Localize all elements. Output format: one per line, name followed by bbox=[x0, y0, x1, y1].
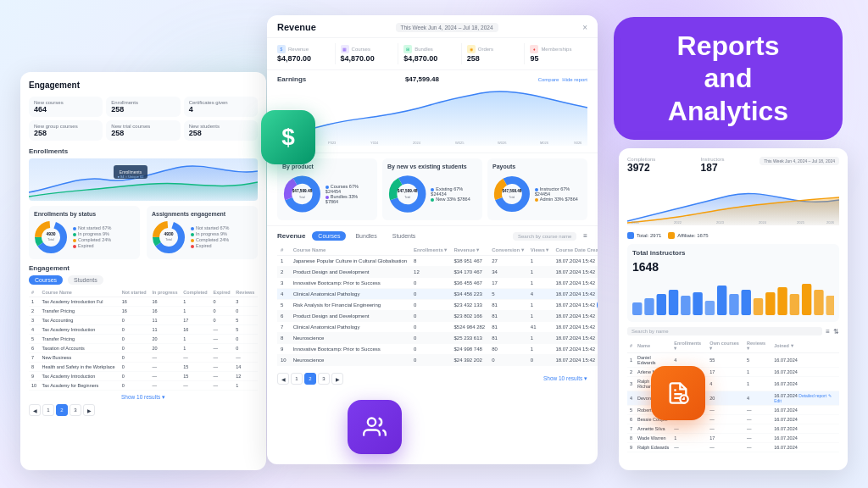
by-product-card: By product $47,599.48 Total Courses 67% … bbox=[277, 158, 377, 220]
rev-prev[interactable]: ◀ bbox=[277, 373, 289, 385]
course-name-cell[interactable]: Innovative Bootcamp: Prior to Success bbox=[290, 278, 410, 289]
this-week-badge[interactable]: This Week Jun 4, 2024 – Jul 18, 2024 bbox=[760, 157, 839, 165]
svg-rect-53 bbox=[754, 298, 763, 315]
revenue-show-results[interactable]: Show 10 results ▾ bbox=[543, 375, 587, 382]
course-name-cell[interactable]: Tax Academy Introduction bbox=[39, 325, 119, 335]
svg-rect-43 bbox=[632, 302, 642, 315]
svg-text:P023: P023 bbox=[328, 141, 337, 145]
table-cell: — bbox=[181, 381, 210, 391]
table-cell: 18.07.2024 15:42 bbox=[552, 322, 598, 333]
instructor-name-cell[interactable]: Daniel Edwards bbox=[635, 353, 671, 368]
revenue-icon: $ bbox=[277, 45, 286, 53]
instructor-table-row: 8Wade Warren117—16.07.2024 bbox=[627, 434, 839, 443]
table-cell: — bbox=[211, 381, 234, 391]
table-cell: 16 bbox=[150, 307, 181, 316]
course-name-cell[interactable]: Neuroscience bbox=[290, 355, 410, 366]
svg-rect-46 bbox=[669, 290, 678, 315]
table-cell: 1 bbox=[527, 344, 553, 355]
earnings-actions: Compare Hide report bbox=[538, 77, 587, 82]
revenue-table-row: 9Innovative Bootcamp: Prior to Success0$… bbox=[277, 344, 598, 355]
table-cell: 16.07.2024 bbox=[771, 353, 839, 368]
table-cell: 81 bbox=[488, 311, 527, 322]
svg-rect-52 bbox=[742, 290, 751, 315]
rev-next[interactable]: ▶ bbox=[331, 373, 343, 385]
table-row: 7New Business0———— bbox=[29, 353, 258, 363]
table-cell: 1 bbox=[29, 297, 39, 307]
dollar-icon: $ bbox=[261, 110, 315, 164]
instructor-name-cell[interactable]: Ralph Edwards bbox=[635, 443, 671, 452]
page-2[interactable]: 2 bbox=[56, 404, 68, 416]
instructor-name-cell[interactable]: Annette Silva bbox=[635, 424, 671, 434]
course-name-cell[interactable]: Tax Academy Introduction Ful bbox=[39, 297, 119, 307]
metric-bundles: ⊞ Bundles $4,870.00 bbox=[398, 43, 462, 64]
next-page[interactable]: ▶ bbox=[83, 404, 95, 416]
table-cell: 17 bbox=[488, 278, 527, 289]
revenue-search[interactable]: Search by course name bbox=[513, 232, 576, 241]
col-expired: Expired bbox=[211, 288, 234, 297]
course-name-cell[interactable]: Tax Academy for Beginners bbox=[39, 381, 119, 391]
instructor-filter-icon[interactable]: ≡ bbox=[826, 328, 830, 336]
table-row: 5Transfer Pricing0201—0 bbox=[29, 335, 258, 344]
course-name-cell[interactable]: Clinical Anatomical Pathology bbox=[290, 289, 410, 300]
metric-courses-value: $4,870.00 bbox=[341, 54, 393, 63]
tab-bundles[interactable]: Bundles bbox=[349, 231, 382, 241]
hide-report-link[interactable]: Hide report bbox=[562, 77, 587, 82]
table-cell: 0 bbox=[211, 316, 234, 325]
table-cell: — bbox=[671, 424, 707, 434]
enrollments-by-status: Enrollments by status 4930 Total Not sta… bbox=[29, 206, 140, 259]
table-cell: 3 bbox=[29, 316, 39, 325]
course-name-cell[interactable]: Innovative Bootcamp: Prior to Success bbox=[290, 344, 410, 355]
engagement-tabs: Courses Students bbox=[29, 275, 258, 285]
table-cell: 4 bbox=[671, 353, 707, 368]
tab-students[interactable]: Students bbox=[387, 231, 422, 241]
metric-memberships-value: 95 bbox=[530, 54, 582, 63]
instructor-sort-icon[interactable]: ⇅ bbox=[833, 328, 839, 336]
students-tab[interactable]: Students bbox=[68, 275, 103, 285]
stat-trial-courses-value: 258 bbox=[111, 129, 175, 137]
table-cell: — bbox=[707, 443, 744, 452]
svg-rect-55 bbox=[777, 287, 787, 315]
course-name-cell[interactable]: Tax Academy Introduction bbox=[39, 372, 119, 381]
revenue-table-section: Revenue Courses Bundles Students Search … bbox=[267, 226, 598, 390]
table-cell: 17 bbox=[181, 316, 210, 325]
course-name-cell[interactable]: Clinical Anatomical Pathology bbox=[290, 322, 410, 333]
course-name-cell[interactable]: Transfer Pricing bbox=[39, 307, 119, 316]
course-name-cell[interactable]: Tax Accounting bbox=[39, 316, 119, 325]
course-name-cell[interactable]: New Business bbox=[39, 353, 119, 363]
filter-icon[interactable]: ≡ bbox=[583, 232, 587, 240]
table-cell: 1 bbox=[671, 434, 707, 443]
earnings-section: Earnings $47,599.48 Compare Hide report … bbox=[267, 70, 598, 153]
course-name-cell[interactable]: Japanese Popular Culture in Cultural Glo… bbox=[290, 256, 410, 267]
page-1[interactable]: 1 bbox=[42, 404, 54, 416]
instructors-table-header: # Name Enrollments ▾ Own courses ▾ Revie… bbox=[627, 339, 839, 353]
engagement-pagination: ◀ 1 2 3 ▶ bbox=[29, 404, 258, 416]
tab-courses[interactable]: Courses bbox=[312, 231, 346, 241]
table-cell: 5 bbox=[29, 335, 39, 344]
course-name-cell[interactable]: Transfer Pricing bbox=[39, 335, 119, 344]
col-joined: Joined ▾ bbox=[771, 339, 839, 353]
instructor-search[interactable]: Search by name bbox=[627, 327, 822, 336]
course-name-cell[interactable]: Product Design and Development bbox=[290, 311, 410, 322]
revenue-date-badge[interactable]: This Week Jun 4, 2024 – Jul 18, 2024 bbox=[396, 23, 498, 32]
course-name-cell[interactable]: Neuroscience bbox=[290, 333, 410, 344]
page-3[interactable]: 3 bbox=[70, 404, 81, 416]
table-cell: 16.07.2024 bbox=[771, 368, 839, 377]
compare-link[interactable]: Compare bbox=[538, 77, 559, 82]
engagement-title: Engagement bbox=[29, 80, 258, 90]
instructor-name-cell[interactable]: Wade Warren bbox=[635, 434, 671, 443]
course-name-cell[interactable]: Product Design and Development bbox=[290, 267, 410, 278]
table-cell: 8 bbox=[277, 333, 290, 344]
rev-p3[interactable]: 3 bbox=[318, 373, 330, 385]
revenue-table-title: Revenue bbox=[277, 232, 305, 240]
course-name-cell[interactable]: Taxation of Accounts bbox=[39, 344, 119, 353]
rev-p2[interactable]: 2 bbox=[304, 373, 316, 385]
prev-page[interactable]: ◀ bbox=[29, 404, 41, 416]
instructor-table-row: 1Daniel Edwards455516.07.2024 bbox=[627, 353, 839, 368]
rev-p1[interactable]: 1 bbox=[291, 373, 303, 385]
completions-value: 3972 bbox=[627, 162, 687, 174]
course-name-cell[interactable]: Health and Safety in the Workplace bbox=[39, 363, 119, 372]
show-results-btn[interactable]: Show 10 results ▾ bbox=[29, 394, 258, 401]
revenue-close-btn[interactable]: × bbox=[582, 23, 587, 32]
courses-tab[interactable]: Courses bbox=[29, 275, 63, 285]
course-name-cell[interactable]: Risk Analysis for Financial Engineering bbox=[290, 300, 410, 311]
